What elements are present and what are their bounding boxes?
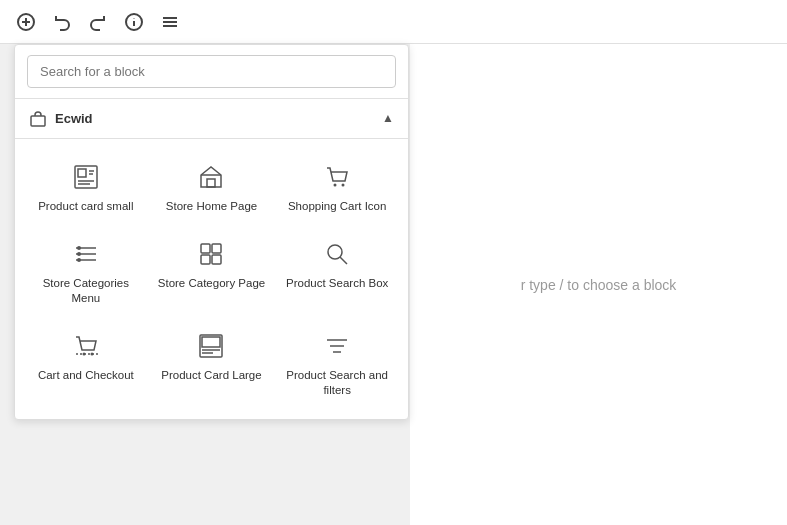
svg-point-30 <box>328 245 342 259</box>
svg-point-18 <box>334 183 337 186</box>
svg-point-25 <box>77 258 81 262</box>
blocks-grid: Product card small Store Home Page Shopp… <box>15 139 408 420</box>
main-hint: r type / to choose a block <box>521 277 677 293</box>
block-item-store-home-page[interactable]: Store Home Page <box>149 149 275 226</box>
chevron-up-icon: ▲ <box>382 111 394 125</box>
svg-rect-28 <box>201 255 210 264</box>
block-label: Product card small <box>38 199 133 214</box>
block-label: Store Home Page <box>166 199 257 214</box>
search-input[interactable] <box>27 55 396 88</box>
svg-rect-11 <box>78 169 86 177</box>
block-label: Product Search and filters <box>282 368 392 398</box>
svg-point-24 <box>77 252 81 256</box>
block-inserter-panel: Ecwid ▲ Product card small Store <box>14 44 409 420</box>
svg-point-19 <box>342 183 345 186</box>
block-label: Product Card Large <box>161 368 261 383</box>
undo-button[interactable] <box>48 8 76 36</box>
main-content: r type / to choose a block <box>410 44 787 525</box>
svg-point-5 <box>134 18 135 19</box>
block-item-shopping-cart-icon[interactable]: Shopping Cart Icon <box>274 149 400 226</box>
info-button[interactable] <box>120 8 148 36</box>
block-label: Shopping Cart Icon <box>288 199 386 214</box>
search-wrapper <box>15 45 408 99</box>
menu-button[interactable] <box>156 8 184 36</box>
block-label: Product Search Box <box>286 276 388 291</box>
block-item-product-card-small[interactable]: Product card small <box>23 149 149 226</box>
svg-rect-16 <box>207 179 215 187</box>
svg-point-23 <box>77 246 81 250</box>
block-item-product-search-box[interactable]: Product Search Box <box>274 226 400 318</box>
svg-rect-27 <box>212 244 221 253</box>
svg-rect-9 <box>31 116 45 126</box>
redo-button[interactable] <box>84 8 112 36</box>
toolbar <box>0 0 787 44</box>
add-button[interactable] <box>12 8 40 36</box>
block-label: Cart and Checkout <box>38 368 134 383</box>
section-label: Ecwid <box>55 111 93 126</box>
svg-line-31 <box>340 257 347 264</box>
block-item-store-category-page[interactable]: Store Category Page <box>149 226 275 318</box>
block-item-cart-and-checkout[interactable]: Cart and Checkout <box>23 318 149 410</box>
ecwid-section-header[interactable]: Ecwid ▲ <box>15 99 408 139</box>
block-label: Store Categories Menu <box>31 276 141 306</box>
ecwid-icon <box>29 109 47 128</box>
block-item-product-card-large[interactable]: Product Card Large <box>149 318 275 410</box>
section-title: Ecwid <box>29 109 93 128</box>
svg-rect-26 <box>201 244 210 253</box>
block-item-product-search-filters[interactable]: Product Search and filters <box>274 318 400 410</box>
block-label: Store Category Page <box>158 276 265 291</box>
block-item-store-categories-menu[interactable]: Store Categories Menu <box>23 226 149 318</box>
svg-rect-29 <box>212 255 221 264</box>
svg-rect-36 <box>202 337 220 347</box>
